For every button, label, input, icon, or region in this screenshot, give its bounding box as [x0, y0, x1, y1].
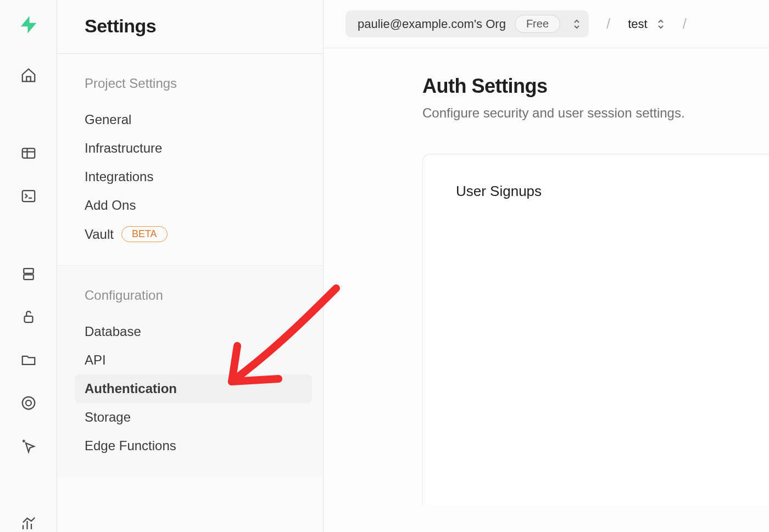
nav-storage[interactable]: Storage: [85, 403, 312, 432]
nav-integrations[interactable]: Integrations: [85, 163, 312, 191]
main-area: paulie@example.com's Org Free / test / A…: [324, 0, 769, 532]
supabase-logo[interactable]: [18, 14, 40, 35]
terminal-icon[interactable]: [18, 188, 40, 204]
nav-database[interactable]: Database: [85, 317, 312, 346]
nav-authentication[interactable]: Authentication: [75, 374, 312, 403]
home-icon[interactable]: [18, 67, 40, 83]
folder-icon[interactable]: [18, 351, 40, 368]
page-description: Configure security and user session sett…: [422, 105, 769, 121]
nav-addons[interactable]: Add Ons: [85, 191, 312, 220]
breadcrumb-separator: /: [673, 15, 696, 32]
section-label: Configuration: [85, 288, 312, 303]
section-project-settings: Project Settings General Infrastructure …: [57, 54, 323, 265]
svg-point-9: [26, 400, 31, 406]
svg-point-8: [22, 397, 35, 410]
plan-badge: Free: [515, 15, 560, 33]
nav-general[interactable]: General: [85, 105, 312, 134]
chart-icon[interactable]: [18, 516, 40, 532]
nav-infrastructure[interactable]: Infrastructure: [85, 134, 312, 163]
nav-vault[interactable]: Vault BETA: [85, 220, 312, 249]
sidebar-title: Settings: [85, 15, 301, 37]
section-configuration: Configuration Database API Authenticatio…: [57, 265, 323, 477]
database-icon[interactable]: [18, 266, 40, 282]
project-name: test: [628, 17, 647, 31]
sidebar-header: Settings: [57, 0, 323, 54]
nav-edge-functions[interactable]: Edge Functions: [85, 432, 312, 460]
page-title: Auth Settings: [422, 75, 769, 98]
project-switcher[interactable]: test: [628, 17, 665, 31]
svg-rect-6: [24, 275, 34, 279]
org-name: paulie@example.com's Org: [358, 17, 506, 31]
section-label: Project Settings: [85, 76, 312, 91]
nav-api[interactable]: API: [85, 346, 312, 374]
svg-rect-5: [24, 268, 34, 273]
settings-sidebar: Settings Project Settings General Infras…: [57, 0, 324, 532]
org-switcher[interactable]: paulie@example.com's Org Free: [346, 10, 589, 37]
content: Auth Settings Configure security and use…: [324, 48, 769, 532]
chevron-updown-icon: [572, 19, 581, 30]
svg-rect-3: [22, 191, 35, 201]
chevron-updown-icon: [656, 19, 665, 30]
user-signups-card: User Signups: [422, 154, 769, 505]
table-icon[interactable]: [18, 145, 40, 161]
svg-rect-0: [22, 148, 35, 158]
cursor-icon[interactable]: [18, 438, 40, 454]
svg-rect-7: [24, 316, 32, 322]
breadcrumb-separator: /: [597, 15, 620, 32]
topbar: paulie@example.com's Org Free / test /: [324, 0, 769, 48]
circle-icon[interactable]: [18, 395, 40, 411]
lock-icon[interactable]: [18, 309, 40, 325]
beta-badge: BETA: [121, 226, 168, 242]
icon-rail: [0, 0, 57, 532]
card-title: User Signups: [423, 154, 769, 200]
